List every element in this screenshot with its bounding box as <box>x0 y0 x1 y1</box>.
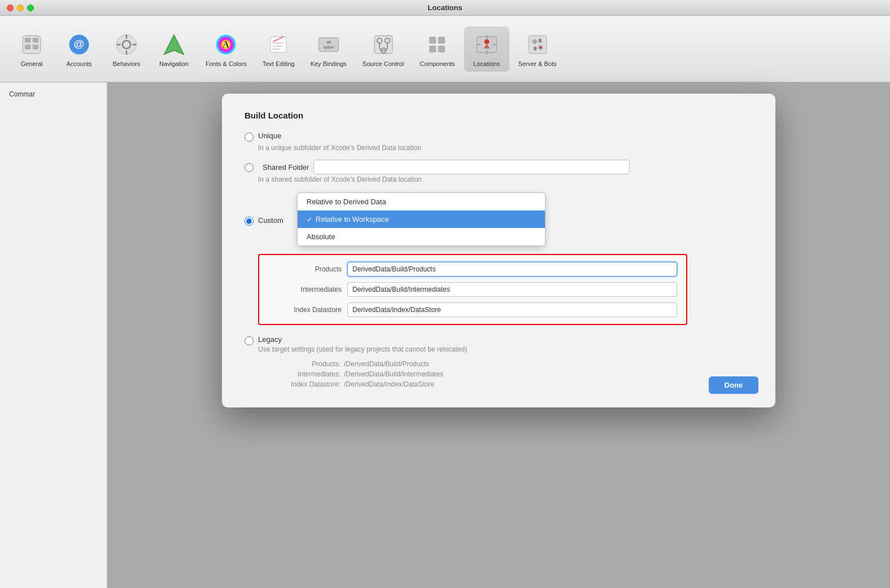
legacy-radio[interactable] <box>245 336 254 345</box>
products-input[interactable] <box>347 262 677 277</box>
components-label: Components <box>420 60 455 67</box>
done-button[interactable]: Done <box>709 376 759 394</box>
server-bots-label: Server & Bots <box>518 60 557 67</box>
intermediates-input[interactable] <box>347 282 677 297</box>
svg-text:@: @ <box>74 38 85 50</box>
sidebar: Commar <box>0 82 107 588</box>
legacy-index-key: Index Datastore: <box>267 380 341 388</box>
shared-folder-radio[interactable] <box>245 163 254 172</box>
svg-rect-30 <box>429 45 436 52</box>
shared-folder-description: In a shared subfolder of Xcode's Derived… <box>258 175 753 183</box>
minimize-button[interactable] <box>17 5 24 11</box>
fonts-colors-label: Fonts & Colors <box>206 60 247 67</box>
toolbar-item-accounts[interactable]: @ Accounts <box>56 27 102 72</box>
text-editing-label: Text Editing <box>263 60 295 67</box>
legacy-index-val: /DerivedData/Index/DataStore <box>344 380 434 388</box>
title-bar: Locations <box>0 0 890 16</box>
checkmark-icon: ✓ <box>307 216 312 223</box>
source-control-icon <box>370 31 397 58</box>
toolbar-item-navigation[interactable]: Navigation <box>151 27 197 72</box>
components-icon <box>424 31 451 58</box>
products-label: Products <box>268 265 342 273</box>
shared-folder-label: Shared Folder <box>263 163 309 172</box>
dropdown-container: Relative to Derived Data ✓ Relative to W… <box>297 192 546 246</box>
svg-rect-3 <box>25 45 31 50</box>
toolbar-item-source-control[interactable]: Source Control <box>356 27 411 72</box>
svg-rect-39 <box>529 36 547 54</box>
text-editing-icon <box>265 31 292 58</box>
behaviors-label: Behaviors <box>113 60 141 67</box>
products-field-row: Products <box>268 262 677 277</box>
svg-rect-19 <box>273 45 283 46</box>
legacy-products-row: Products: /DerivedData/Build/Products <box>267 360 753 368</box>
general-icon <box>18 31 45 58</box>
locations-icon <box>473 31 500 58</box>
legacy-description: Use target settings (used for legacy pro… <box>258 345 753 353</box>
legacy-paths: Products: /DerivedData/Build/Products In… <box>267 360 753 388</box>
unique-radio[interactable] <box>245 133 254 142</box>
index-datastore-label: Index Datastore <box>268 306 342 314</box>
svg-rect-4 <box>33 45 39 50</box>
svg-rect-43 <box>534 46 536 50</box>
toolbar-item-locations[interactable]: Locations <box>464 27 509 72</box>
toolbar-item-fonts-colors[interactable]: A Fonts & Colors <box>199 27 254 72</box>
sidebar-item-command[interactable]: Commar <box>0 87 107 102</box>
content-panel: Build Location Unique In a unique subfol… <box>107 82 890 588</box>
toolbar-item-key-bindings[interactable]: alt option Key Bindings <box>304 27 354 72</box>
svg-rect-20 <box>273 49 281 50</box>
svg-rect-1 <box>25 37 31 42</box>
toolbar-item-general[interactable]: General <box>9 27 54 72</box>
source-control-label: Source Control <box>363 60 404 67</box>
dropdown-option-derived[interactable]: Relative to Derived Data <box>298 193 545 210</box>
maximize-button[interactable] <box>27 5 34 11</box>
custom-radio[interactable] <box>245 217 254 226</box>
index-datastore-field-row: Index Datastore <box>268 302 677 317</box>
navigation-icon <box>160 31 187 58</box>
index-datastore-input[interactable] <box>347 302 677 317</box>
modal-title: Build Location <box>245 111 753 120</box>
svg-rect-44 <box>538 38 541 42</box>
svg-point-40 <box>532 39 537 44</box>
key-bindings-label: Key Bindings <box>311 60 347 67</box>
svg-rect-28 <box>429 37 436 43</box>
legacy-intermediates-key: Intermediates: <box>267 370 341 378</box>
svg-rect-31 <box>438 45 445 52</box>
legacy-products-key: Products: <box>267 360 341 368</box>
svg-point-42 <box>539 46 542 49</box>
behaviors-icon <box>113 31 140 58</box>
toolbar-item-text-editing[interactable]: Text Editing <box>256 27 302 72</box>
unique-option-row: Unique <box>245 131 753 142</box>
server-bots-icon <box>524 31 551 58</box>
modal-overlay: Build Location Unique In a unique subfol… <box>107 82 890 588</box>
legacy-intermediates-row: Intermediates: /DerivedData/Build/Interm… <box>267 370 753 378</box>
legacy-products-val: /DerivedData/Build/Products <box>344 360 429 368</box>
unique-description: In a unique subfolder of Xcode's Derived… <box>258 144 753 152</box>
dropdown-option-absolute[interactable]: Absolute <box>298 228 545 245</box>
custom-label: Custom <box>258 216 283 225</box>
svg-rect-29 <box>438 37 445 43</box>
legacy-index-row: Index Datastore: /DerivedData/Index/Data… <box>267 380 753 388</box>
main-area: Commar Build Location Unique In a unique… <box>0 82 890 588</box>
shared-folder-row: Shared Folder <box>245 160 753 174</box>
fonts-colors-icon: A <box>212 31 239 58</box>
custom-option-row: Custom Relative to Derived Data ✓ Relati… <box>245 191 753 249</box>
dropdown-option-workspace[interactable]: ✓ Relative to Workspace <box>298 210 545 228</box>
window-title: Locations <box>427 3 462 12</box>
shared-folder-input[interactable] <box>313 160 630 174</box>
svg-text:A: A <box>223 40 230 49</box>
close-button[interactable] <box>7 5 14 11</box>
toolbar-item-server-bots[interactable]: Server & Bots <box>512 27 564 72</box>
fields-box: Products Intermediates Index Datastore <box>258 254 687 325</box>
toolbar-item-components[interactable]: Components <box>413 27 461 72</box>
svg-rect-2 <box>33 37 39 42</box>
svg-marker-13 <box>164 34 184 54</box>
toolbar-item-behaviors[interactable]: Behaviors <box>104 27 149 72</box>
dropdown-popup: Relative to Derived Data ✓ Relative to W… <box>297 192 546 246</box>
legacy-label: Legacy <box>258 335 282 344</box>
svg-text:option: option <box>323 45 334 50</box>
modal-dialog: Build Location Unique In a unique subfol… <box>222 94 775 407</box>
svg-text:alt: alt <box>326 40 330 44</box>
traffic-lights <box>7 5 34 11</box>
unique-label: Unique <box>258 131 281 140</box>
locations-label: Locations <box>473 60 500 67</box>
